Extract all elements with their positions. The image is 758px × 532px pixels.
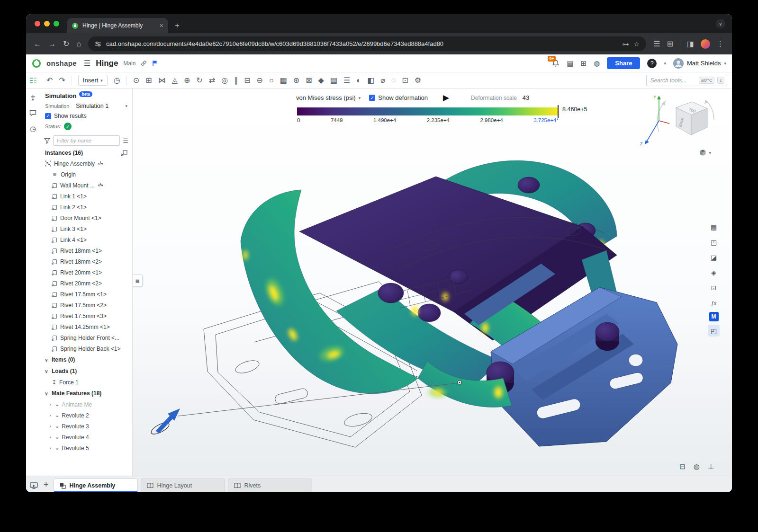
environment-icon[interactable]: ◍: [694, 462, 700, 471]
follow-flag-icon[interactable]: [152, 60, 158, 67]
group-icon[interactable]: ⊞: [145, 77, 152, 84]
advisor-icon[interactable]: ◍: [594, 60, 600, 67]
workspace-label[interactable]: Main: [123, 60, 135, 67]
show-deformation-checkbox[interactable]: ✓: [369, 95, 375, 101]
stress-type-dropdown[interactable]: von Mises stress (psi) ▾: [296, 94, 361, 101]
search-tools-input[interactable]: [650, 77, 696, 84]
list-view-icon[interactable]: ☰: [123, 137, 128, 144]
mass-properties-icon[interactable]: ⊥: [708, 462, 714, 471]
new-tab-button[interactable]: +: [175, 21, 180, 30]
view-cube[interactable]: Top Back Y Z: [634, 91, 715, 148]
cylindrical-mate-icon[interactable]: ⊖: [257, 77, 263, 84]
share-button[interactable]: Share: [607, 57, 640, 69]
tree-item-part[interactable]: Rivet 18mm <1>: [40, 245, 132, 256]
ball-mate-icon[interactable]: ○: [269, 77, 274, 84]
mate-features-section-header[interactable]: ∨ Mate Features (18): [40, 388, 132, 399]
show-deformation-toggle[interactable]: ✓ Show deformation: [369, 94, 428, 101]
show-results-checkbox[interactable]: ✓: [45, 113, 51, 119]
chevron-right-icon[interactable]: ›: [48, 402, 53, 407]
tree-item-part[interactable]: Spring Holder Front <...: [40, 332, 132, 343]
chevron-right-icon[interactable]: ›: [48, 434, 53, 440]
tab-rivets[interactable]: Rivets: [228, 479, 312, 492]
reading-list-icon[interactable]: ☰: [653, 40, 660, 48]
tasks-icon[interactable]: ▤: [567, 60, 573, 67]
appearance-icon[interactable]: ⚙: [415, 77, 421, 84]
3d-viewport[interactable]: von Mises stress (psi) ▾ ✓ Show deformat…: [133, 89, 732, 476]
site-settings-icon[interactable]: [95, 41, 101, 47]
structure-panel-icon[interactable]: ◳: [708, 236, 720, 248]
mate-relation-icon[interactable]: ⋈: [158, 77, 166, 84]
force-arrow[interactable]: [150, 381, 461, 436]
tree-item-part[interactable]: Link 3 <1>: [40, 223, 132, 234]
tree-item-fixed-part[interactable]: Wall Mount ...: [40, 180, 132, 191]
tree-item-part[interactable]: Spring Holder Back <1>: [40, 343, 132, 354]
feature-list-toggle[interactable]: [26, 77, 40, 84]
variables-panel-icon[interactable]: ƒx: [708, 297, 720, 309]
tree-item-part[interactable]: Rivet 14.25mm <1>: [40, 321, 132, 332]
extensions-icon[interactable]: ⊞: [667, 40, 673, 48]
configuration-panel-icon[interactable]: ◪: [708, 251, 720, 263]
simulation-select[interactable]: Simulation 1 ▾: [72, 103, 127, 109]
redo-icon[interactable]: ↷: [59, 77, 65, 84]
zoom-window-button[interactable]: [54, 21, 59, 27]
user-menu[interactable]: Matt Shields ▾: [673, 58, 726, 69]
chevron-right-icon[interactable]: ›: [48, 413, 53, 418]
tree-item-force[interactable]: ↧ Force 1: [40, 377, 132, 388]
show-results-row[interactable]: ✓ Show results: [40, 113, 132, 119]
tree-item-part[interactable]: Rivet 20mm <1>: [40, 267, 132, 278]
mate-icon[interactable]: ⊙: [133, 77, 139, 84]
circular-pattern-icon[interactable]: ⊛: [293, 77, 299, 84]
legend-tick-value[interactable]: 2.235e+4: [427, 117, 450, 123]
display-panel-icon[interactable]: ⊡: [708, 282, 720, 293]
help-caret-icon[interactable]: ▾: [664, 61, 666, 66]
display-states-icon[interactable]: ◐: [356, 77, 361, 84]
tree-item-part[interactable]: Rivet 18mm <2>: [40, 256, 132, 267]
exploded-view-icon[interactable]: ◆: [318, 77, 324, 84]
url-text[interactable]: cad.onshape.com/documents/4e4da0e62c7910…: [106, 40, 617, 47]
home-icon[interactable]: ⌂: [76, 40, 81, 48]
browser-profile-avatar[interactable]: [701, 39, 710, 49]
tree-item-part[interactable]: Link 2 <1>: [40, 202, 132, 213]
tree-item-mate[interactable]: › ◒ Revolute 3: [40, 421, 132, 432]
isolate-icon[interactable]: ◌: [391, 77, 396, 84]
section-view-icon[interactable]: ◧: [367, 77, 374, 84]
bookmark-star-icon[interactable]: ☆: [634, 40, 640, 48]
insert-instance-icon[interactable]: [121, 150, 127, 156]
snapshot-icon[interactable]: ⊟: [679, 462, 686, 471]
tree-item-mate[interactable]: › ◒ Revolute 2: [40, 410, 132, 421]
tab-close-icon[interactable]: ×: [160, 22, 163, 29]
side-panel-icon[interactable]: ◨: [687, 40, 694, 48]
material-library-icon[interactable]: M: [709, 312, 719, 321]
reload-icon[interactable]: ↻: [63, 40, 69, 48]
legend-tick-value[interactable]: 3.725e+4*: [533, 117, 559, 123]
appearance-panel-icon[interactable]: ◈: [708, 266, 720, 278]
address-bar[interactable]: cad.onshape.com/documents/4e4da0e62c7910…: [88, 36, 646, 51]
tree-item-mate[interactable]: › ◒ Revolute 4: [40, 432, 132, 443]
tab-hinge-layout[interactable]: Hinge Layout: [141, 479, 225, 492]
browser-menu-icon[interactable]: ⋮: [717, 40, 724, 48]
filter-funnel-icon[interactable]: [44, 138, 50, 144]
legend-tick-value[interactable]: 1.490e+4: [373, 117, 396, 123]
presentation-icon[interactable]: [30, 482, 38, 489]
close-window-button[interactable]: [35, 21, 40, 27]
browser-tab[interactable]: Hinge | Hinge Assembly ×: [67, 18, 168, 33]
frame-icon[interactable]: ⊡: [402, 77, 408, 84]
password-key-icon[interactable]: ⊶: [623, 40, 629, 48]
deformation-scale-value[interactable]: 43: [523, 94, 529, 101]
document-menu-icon[interactable]: ☰: [84, 59, 90, 68]
minimize-window-button[interactable]: [44, 21, 50, 27]
bom-icon[interactable]: ☰: [343, 77, 350, 84]
tree-item-assembly-root[interactable]: Hinge Assembly: [40, 158, 132, 169]
help-button[interactable]: ?: [647, 59, 657, 68]
planar-mate-icon[interactable]: ⊟: [244, 77, 250, 84]
tab-search-button[interactable]: ∨: [716, 19, 725, 28]
items-section-header[interactable]: ∨ Items (0): [40, 354, 132, 365]
tab-hinge-assembly[interactable]: Hinge Assembly: [54, 479, 138, 492]
mirror-icon[interactable]: ⊠: [306, 77, 312, 84]
revolute-mate-icon[interactable]: ◎: [221, 77, 228, 84]
mate-connector-icon[interactable]: [29, 94, 36, 101]
tree-item-mate-suppressed[interactable]: › ◒ Animate Me: [40, 399, 132, 410]
tree-item-part[interactable]: Rivet 17.5mm <3>: [40, 310, 132, 321]
tree-item-origin[interactable]: Origin: [40, 169, 132, 180]
tree-item-mate[interactable]: › ◒ Revolute 5: [40, 443, 132, 453]
